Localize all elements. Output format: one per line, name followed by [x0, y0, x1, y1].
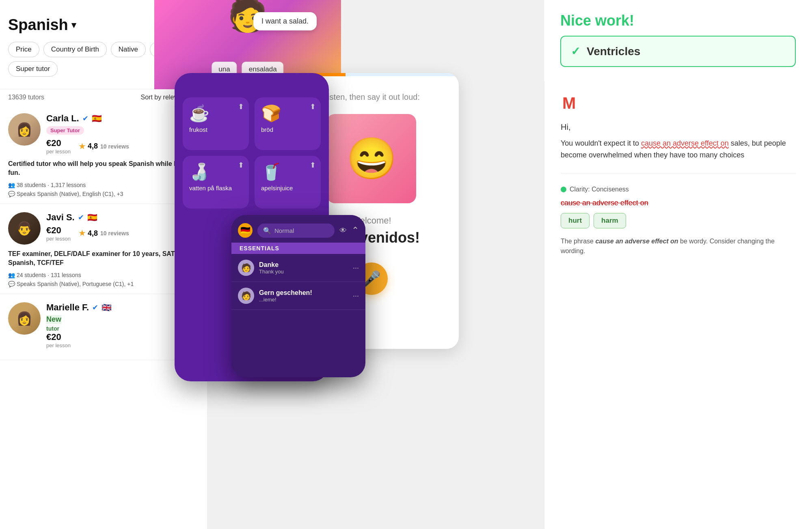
- tutor-title: Spanish ▾: [8, 16, 76, 34]
- tutor-stats-javi: 👥 24 students · 131 lessons: [8, 272, 199, 278]
- tutor-info-marielle: Marielle F. ✔ 🇬🇧 New tutor €20 per lesso…: [46, 302, 185, 348]
- phone-card-frukost[interactable]: ⬆ ☕ frukost: [183, 97, 249, 150]
- flag-carla: 🇪🇸: [92, 114, 102, 123]
- verified-icon-marielle: ✔: [92, 303, 98, 312]
- phrase-main-danke: Danke: [259, 261, 353, 269]
- langs-icon: 💬: [8, 191, 17, 197]
- tutor-info-carla: Carla L. ✔ 🇪🇸 Super Tutor €20 per lesson…: [46, 113, 185, 155]
- brod-icon: 🍞: [261, 104, 281, 123]
- phone2-panel: 🇩🇪 🔍 Normal 👁 ⌃ ESSENTIALS 🧑 Danke Thank…: [231, 215, 365, 377]
- speech-bubble: I want a salad.: [253, 12, 317, 30]
- phrase-content-danke: Danke Thank you: [259, 261, 353, 275]
- strikethrough-phrase: cause an adverse effect on: [561, 199, 796, 207]
- tutor-desc-javi: TEF examiner, DELF/DALF examiner for 10 …: [8, 249, 199, 268]
- price-carla: €20: [46, 138, 61, 148]
- students-icon: 👥: [8, 182, 17, 188]
- email-body: You wouldn't expect it to cause an adver…: [561, 138, 796, 161]
- german-flag-badge: 🇩🇪: [238, 223, 253, 238]
- tutor-name-carla: Carla L.: [46, 113, 79, 124]
- reviews-javi: 10 reviews: [100, 230, 129, 237]
- flag-javi: 🇪🇸: [87, 213, 97, 222]
- langs-icon-javi: 💬: [8, 281, 17, 287]
- tutor-langs-carla: 💬 Speaks Spanish (Native), English (C1),…: [8, 191, 199, 197]
- suggestion-chips: hurt harm: [561, 213, 796, 228]
- phone-card-apelsinjuice[interactable]: ⬆ 🥤 apelsinjuice: [255, 156, 321, 209]
- phrase-item-gern[interactable]: 🧑 Gern geschehen! ...ieme! ···: [231, 282, 365, 310]
- tutor-stats-carla: 👥 38 students · 1,317 lessons: [8, 182, 199, 188]
- person-emoji: 😄: [346, 135, 397, 183]
- phone-card-vatten[interactable]: ⬆ 🍶 vatten på flaska: [183, 156, 249, 209]
- gmail-icon-area: M: [561, 93, 796, 114]
- nicework-title: Nice work!: [560, 12, 796, 29]
- upload-icon-vatten: ⬆: [238, 161, 244, 170]
- star-icon-javi: ★: [79, 229, 85, 238]
- tutor-name-javi: Javi S.: [46, 212, 75, 223]
- nicework-word: Ventricles: [587, 45, 640, 58]
- phone2-search-bar[interactable]: 🔍 Normal: [257, 224, 335, 238]
- chevron-up-icon[interactable]: ⌃: [352, 225, 359, 236]
- phrase-content-gern: Gern geschehen! ...ieme!: [259, 289, 353, 303]
- chip-harm[interactable]: harm: [594, 213, 626, 228]
- language-dropdown-arrow[interactable]: ▾: [71, 20, 76, 30]
- language-label: Spanish: [8, 16, 68, 34]
- avatar-javi: 👨: [8, 212, 41, 245]
- tutor-name-marielle: Marielle F.: [46, 302, 89, 313]
- svg-text:M: M: [562, 94, 576, 112]
- clarity-dot-icon: [561, 187, 566, 192]
- more-dots-gern[interactable]: ···: [353, 292, 359, 300]
- search-placeholder: Normal: [274, 227, 294, 234]
- more-dots-danke[interactable]: ···: [353, 264, 359, 272]
- avatar-marielle: 👩: [8, 302, 41, 335]
- brod-label: bröd: [261, 126, 273, 133]
- upload-icon-apelsinjuice: ⬆: [310, 161, 316, 170]
- upload-icon-brod: ⬆: [310, 102, 316, 111]
- rating-javi: 4,8: [88, 229, 98, 238]
- nicework-panel: Nice work! ✓ Ventricles: [544, 0, 812, 81]
- price-label-javi: per lesson: [46, 236, 71, 242]
- tutor-count: 13639 tutors: [8, 94, 44, 101]
- email-greeting: Hi,: [561, 123, 796, 132]
- phrase-avatar-danke: 🧑: [238, 260, 254, 276]
- reviews-carla: 10 reviews: [100, 143, 129, 150]
- avatar-carla: 👩: [8, 113, 41, 146]
- filter-price[interactable]: Price: [8, 42, 39, 57]
- filter-super-tutor[interactable]: Super tutor: [8, 61, 58, 77]
- explanation-text: The phrase cause an adverse effect on be…: [561, 237, 796, 256]
- tutor-langs-javi: 💬 Speaks Spanish (Native), Portuguese (C…: [8, 281, 199, 287]
- star-icon: ★: [79, 142, 85, 151]
- filter-country-of-birth[interactable]: Country of Birth: [43, 42, 107, 57]
- phrase-avatar-gern: 🧑: [238, 288, 254, 304]
- price-marielle: €20: [46, 332, 61, 342]
- new-label: tutor: [46, 325, 185, 332]
- verified-icon-carla: ✔: [82, 114, 89, 123]
- verified-icon-javi: ✔: [78, 213, 84, 222]
- divider: [561, 173, 796, 174]
- tutor-info-javi: Javi S. ✔ 🇪🇸 €20 per lesson ★ 4,8 10 rev…: [46, 212, 185, 242]
- upload-icon: ⬆: [238, 102, 244, 111]
- search-icon: 🔍: [263, 227, 271, 234]
- frukost-icon: ☕: [189, 104, 209, 123]
- nicework-answer-box: ✓ Ventricles: [560, 36, 796, 67]
- phrase-sub-gern: ...ieme!: [259, 297, 353, 303]
- flag-marielle: 🇬🇧: [102, 303, 112, 312]
- vatten-icon: 🍶: [189, 162, 209, 181]
- clarity-section: Clarity: Conciseness cause an adverse ef…: [561, 186, 796, 256]
- price-label-carla: per lesson: [46, 148, 71, 155]
- rating-carla: 4,8: [88, 142, 98, 151]
- eye-icon[interactable]: 👁: [339, 226, 347, 235]
- phone2-header: 🇩🇪 🔍 Normal 👁 ⌃: [231, 215, 365, 243]
- section-label: ESSENTIALS: [231, 243, 365, 254]
- vatten-label: vatten på flaska: [189, 185, 232, 191]
- writing-panel: M Hi, You wouldn't expect it to cause an…: [544, 81, 812, 529]
- new-badge-marielle: New: [46, 315, 61, 324]
- pron-image: 😄: [327, 114, 416, 203]
- phrase-item-danke[interactable]: 🧑 Danke Thank you ···: [231, 254, 365, 282]
- phone-card-brod[interactable]: ⬆ 🍞 bröd: [255, 97, 321, 150]
- tutor-desc-carla: Certified tutor who will help you speak …: [8, 159, 199, 178]
- frukost-label: frukost: [189, 126, 207, 133]
- clarity-label: Clarity: Conciseness: [561, 186, 796, 193]
- super-tutor-badge-carla: Super Tutor: [46, 126, 84, 135]
- phrase-main-gern: Gern geschehen!: [259, 289, 353, 297]
- filter-native[interactable]: Native: [111, 42, 146, 57]
- chip-hurt[interactable]: hurt: [561, 213, 590, 228]
